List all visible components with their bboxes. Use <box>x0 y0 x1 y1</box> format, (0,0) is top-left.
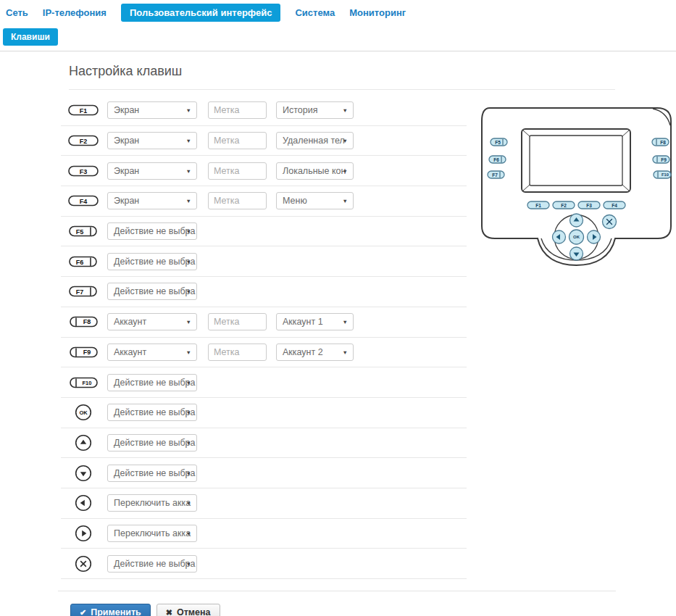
phone-key-f7: F7 <box>488 171 504 178</box>
phone-key-f1: F1 <box>527 201 549 209</box>
key-label-input[interactable] <box>208 162 267 180</box>
key-value-select[interactable]: Аккаунт 1 ▼ <box>276 313 354 330</box>
dropdown-caret-icon: ▼ <box>186 470 191 476</box>
svg-text:F1: F1 <box>535 203 541 208</box>
key-row-f2: F2 Экран ▼ Удаленная тел ▼ <box>61 126 467 157</box>
key-row-ok: OK Действие не выбра ▼ <box>61 398 467 428</box>
svg-text:F6: F6 <box>493 157 499 162</box>
dropdown-caret-icon: ▼ <box>186 107 191 114</box>
svg-text:OK: OK <box>79 409 88 416</box>
svg-text:F8: F8 <box>660 140 666 145</box>
cancel-button[interactable]: ✖ Отмена <box>157 604 220 616</box>
key-label-input[interactable] <box>208 192 267 209</box>
phone-key-f10: F10 <box>654 171 671 178</box>
key-row-f1: F1 Экран ▼ История ▼ <box>61 96 467 126</box>
key-action-select[interactable]: Действие не выбра ▼ <box>107 555 197 573</box>
dropdown-caret-icon: ▼ <box>186 319 191 325</box>
svg-text:F4: F4 <box>80 198 88 205</box>
key-row-down: Действие не выбра ▼ <box>61 458 467 488</box>
key-action-select[interactable]: Экран ▼ <box>107 162 197 180</box>
dropdown-caret-icon: ▼ <box>186 258 191 265</box>
key-action-select[interactable]: Действие не выбра ▼ <box>107 404 197 421</box>
phone-key-f2: F2 <box>553 201 575 209</box>
svg-text:F3: F3 <box>586 203 592 208</box>
svg-text:F2: F2 <box>561 203 567 208</box>
key-row-f3: F3 Экран ▼ Локальные кон ▼ <box>61 156 467 186</box>
tab-ip-telephony[interactable]: IP-телефония <box>43 7 107 18</box>
dropdown-caret-icon: ▼ <box>343 138 348 144</box>
key-action-select[interactable]: Экран ▼ <box>107 101 197 119</box>
key-action-select[interactable]: Аккаунт ▼ <box>107 313 197 330</box>
key-x-icon <box>67 554 100 573</box>
key-action-select[interactable]: Переключить акка ▼ <box>107 525 197 542</box>
apply-button[interactable]: ✔ Применить <box>70 604 151 616</box>
phone-key-down <box>570 247 583 260</box>
tab-monitoring[interactable]: Мониторинг <box>349 7 406 18</box>
key-action-select[interactable]: Действие не выбра ▼ <box>107 465 197 482</box>
sub-nav: Клавиши <box>3 28 676 46</box>
key-value-select[interactable]: Локальные кон ▼ <box>276 162 354 180</box>
key-action-select[interactable]: Действие не выбра ▼ <box>107 283 197 300</box>
dropdown-caret-icon: ▼ <box>343 349 348 355</box>
key-row-f7: F7 Действие не выбра ▼ <box>61 277 467 307</box>
key-f1-icon: F1 <box>67 101 100 120</box>
key-action-select[interactable]: Экран ▼ <box>107 132 197 149</box>
footer-divider <box>58 591 616 591</box>
dropdown-caret-icon: ▼ <box>186 409 191 416</box>
svg-text:F3: F3 <box>80 167 88 175</box>
dropdown-caret-icon: ▼ <box>186 349 191 355</box>
key-value-select[interactable]: Удаленная тел ▼ <box>276 132 354 149</box>
check-icon: ✔ <box>80 608 86 616</box>
key-f9-icon: F9 <box>67 343 100 362</box>
svg-text:F10: F10 <box>83 380 92 386</box>
dropdown-caret-icon: ▼ <box>186 439 191 446</box>
dropdown-caret-icon: ▼ <box>186 560 191 567</box>
key-label-input[interactable] <box>208 344 267 361</box>
key-action-select[interactable]: Переключить акка ▼ <box>107 494 197 512</box>
dropdown-caret-icon: ▼ <box>343 107 348 114</box>
svg-text:F2: F2 <box>80 138 88 145</box>
phone-key-right <box>588 230 601 244</box>
svg-text:F5: F5 <box>495 140 501 145</box>
key-row-up: Действие не выбра ▼ <box>61 428 467 459</box>
key-rows: F1 Экран ▼ История ▼ F2 Экран ▼ Удаленна… <box>61 96 467 579</box>
key-action-select[interactable]: Действие не выбра ▼ <box>107 253 197 270</box>
key-f3-icon: F3 <box>67 162 100 180</box>
key-row-f9: F9 Аккаунт ▼ Аккаунт 2 ▼ <box>61 338 467 368</box>
key-value-select[interactable]: Меню ▼ <box>276 192 354 209</box>
phone-key-cancel <box>603 215 617 229</box>
key-f7-icon: F7 <box>67 282 100 301</box>
key-f8-icon: F8 <box>67 312 100 331</box>
phone-screen-inner <box>530 136 622 186</box>
svg-text:F7: F7 <box>76 288 84 296</box>
phone-key-f3: F3 <box>578 201 600 209</box>
svg-text:F10: F10 <box>662 172 669 177</box>
key-action-select[interactable]: Экран ▼ <box>107 192 197 209</box>
key-value-select[interactable]: История ▼ <box>276 101 354 119</box>
dropdown-caret-icon: ▼ <box>186 288 191 295</box>
key-row-right: Переключить акка ▼ <box>61 519 467 549</box>
key-value-select[interactable]: Аккаунт 2 ▼ <box>276 344 354 361</box>
key-row-x: Действие не выбра ▼ <box>61 549 467 579</box>
dropdown-caret-icon: ▼ <box>186 379 191 386</box>
phone-key-f4: F4 <box>604 201 625 209</box>
phone-key-f8: F8 <box>652 138 669 146</box>
key-action-select[interactable]: Аккаунт ▼ <box>107 344 197 361</box>
tab-user-interface[interactable]: Пользовательский интерфейс <box>121 4 281 22</box>
key-label-input[interactable] <box>208 101 267 119</box>
key-action-select[interactable]: Действие не выбра ▼ <box>107 374 197 391</box>
key-action-select[interactable]: Действие не выбра ▼ <box>107 434 197 451</box>
dropdown-caret-icon: ▼ <box>186 228 191 235</box>
subtab-keys[interactable]: Клавиши <box>3 28 58 46</box>
phone-key-f9: F9 <box>653 156 669 163</box>
phone-key-f5: F5 <box>491 138 507 146</box>
key-label-input[interactable] <box>208 132 267 149</box>
tab-network[interactable]: Сеть <box>6 7 28 18</box>
dropdown-caret-icon: ▼ <box>186 167 191 174</box>
phone-key-f6: F6 <box>489 156 506 163</box>
svg-text:F6: F6 <box>76 258 84 265</box>
dropdown-caret-icon: ▼ <box>343 319 348 325</box>
key-action-select[interactable]: Действие не выбра ▼ <box>107 222 197 240</box>
tab-system[interactable]: Система <box>295 7 335 18</box>
key-label-input[interactable] <box>208 313 267 330</box>
